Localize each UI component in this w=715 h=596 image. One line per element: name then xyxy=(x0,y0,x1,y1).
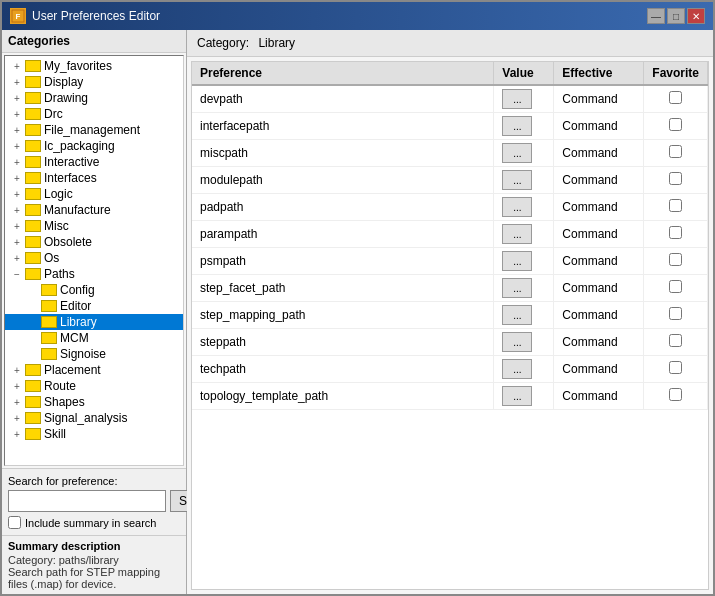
value-btn-1[interactable]: ... xyxy=(502,116,532,136)
col-preference: Preference xyxy=(192,62,494,85)
favorite-checkbox-11[interactable] xyxy=(669,388,682,401)
pref-value-7: ... xyxy=(494,275,554,302)
maximize-button[interactable]: □ xyxy=(667,8,685,24)
include-summary-checkbox[interactable] xyxy=(8,516,21,529)
tree-item-interfaces[interactable]: +Interfaces xyxy=(5,170,183,186)
tree-expander-misc[interactable]: + xyxy=(9,221,25,232)
pref-effective-0: Command xyxy=(554,85,644,113)
tree-expander-signal_analysis[interactable]: + xyxy=(9,413,25,424)
tree-item-manufacture[interactable]: +Manufacture xyxy=(5,202,183,218)
col-effective: Effective xyxy=(554,62,644,85)
tree-expander-logic[interactable]: + xyxy=(9,189,25,200)
value-btn-5[interactable]: ... xyxy=(502,224,532,244)
tree-expander-paths[interactable]: − xyxy=(9,269,25,280)
tree-item-ic_packaging[interactable]: +Ic_packaging xyxy=(5,138,183,154)
tree-expander-display[interactable]: + xyxy=(9,77,25,88)
tree-expander-route[interactable]: + xyxy=(9,381,25,392)
tree-item-file_management[interactable]: +File_management xyxy=(5,122,183,138)
tree-item-config[interactable]: Config xyxy=(5,282,183,298)
tree-expander-skill[interactable]: + xyxy=(9,429,25,440)
value-btn-4[interactable]: ... xyxy=(502,197,532,217)
tree-item-my_favorites[interactable]: +My_favorites xyxy=(5,58,183,74)
favorite-checkbox-7[interactable] xyxy=(669,280,682,293)
value-btn-6[interactable]: ... xyxy=(502,251,532,271)
pref-value-10: ... xyxy=(494,356,554,383)
tree-item-signoise[interactable]: Signoise xyxy=(5,346,183,362)
favorite-checkbox-3[interactable] xyxy=(669,172,682,185)
tree-item-route[interactable]: +Route xyxy=(5,378,183,394)
tree-expander-os[interactable]: + xyxy=(9,253,25,264)
tree-expander-interfaces[interactable]: + xyxy=(9,173,25,184)
value-btn-10[interactable]: ... xyxy=(502,359,532,379)
favorite-checkbox-8[interactable] xyxy=(669,307,682,320)
favorite-checkbox-6[interactable] xyxy=(669,253,682,266)
tree-item-skill[interactable]: +Skill xyxy=(5,426,183,442)
tree-expander-manufacture[interactable]: + xyxy=(9,205,25,216)
value-btn-3[interactable]: ... xyxy=(502,170,532,190)
value-btn-0[interactable]: ... xyxy=(502,89,532,109)
tree-item-library[interactable]: Library xyxy=(5,314,183,330)
folder-icon-misc xyxy=(25,220,41,232)
table-row: techpath...Command xyxy=(192,356,708,383)
tree-item-paths[interactable]: −Paths xyxy=(5,266,183,282)
favorite-checkbox-2[interactable] xyxy=(669,145,682,158)
tree-expander-interactive[interactable]: + xyxy=(9,157,25,168)
tree-expander-drawing[interactable]: + xyxy=(9,93,25,104)
tree-item-drc[interactable]: +Drc xyxy=(5,106,183,122)
pref-name-0: devpath xyxy=(192,85,494,113)
favorite-checkbox-4[interactable] xyxy=(669,199,682,212)
favorite-checkbox-5[interactable] xyxy=(669,226,682,239)
folder-icon-display xyxy=(25,76,41,88)
folder-icon-config xyxy=(41,284,57,296)
search-row: Search xyxy=(8,490,180,512)
tree-item-display[interactable]: +Display xyxy=(5,74,183,90)
tree-item-os[interactable]: +Os xyxy=(5,250,183,266)
tree-item-shapes[interactable]: +Shapes xyxy=(5,394,183,410)
tree-expander-my_favorites[interactable]: + xyxy=(9,61,25,72)
search-input[interactable] xyxy=(8,490,166,512)
main-window: F User Preferences Editor — □ ✕ Categori… xyxy=(0,0,715,596)
close-button[interactable]: ✕ xyxy=(687,8,705,24)
tree-item-misc[interactable]: +Misc xyxy=(5,218,183,234)
tree-item-mcm[interactable]: MCM xyxy=(5,330,183,346)
pref-name-2: miscpath xyxy=(192,140,494,167)
tree-item-logic[interactable]: +Logic xyxy=(5,186,183,202)
value-btn-7[interactable]: ... xyxy=(502,278,532,298)
include-check-row: Include summary in search xyxy=(8,516,180,529)
favorite-checkbox-10[interactable] xyxy=(669,361,682,374)
tree-item-editor[interactable]: Editor xyxy=(5,298,183,314)
tree-expander-shapes[interactable]: + xyxy=(9,397,25,408)
folder-icon-mcm xyxy=(41,332,57,344)
value-btn-9[interactable]: ... xyxy=(502,332,532,352)
title-bar-left: F User Preferences Editor xyxy=(10,8,160,24)
tree-item-drawing[interactable]: +Drawing xyxy=(5,90,183,106)
table-row: padpath...Command xyxy=(192,194,708,221)
tree-label-drc: Drc xyxy=(44,107,63,121)
tree-expander-placement[interactable]: + xyxy=(9,365,25,376)
value-btn-8[interactable]: ... xyxy=(502,305,532,325)
tree-item-placement[interactable]: +Placement xyxy=(5,362,183,378)
favorite-checkbox-1[interactable] xyxy=(669,118,682,131)
minimize-button[interactable]: — xyxy=(647,8,665,24)
tree-expander-ic_packaging[interactable]: + xyxy=(9,141,25,152)
search-label: Search for preference: xyxy=(8,475,180,487)
favorite-checkbox-9[interactable] xyxy=(669,334,682,347)
pref-value-3: ... xyxy=(494,167,554,194)
value-btn-11[interactable]: ... xyxy=(502,386,532,406)
value-btn-2[interactable]: ... xyxy=(502,143,532,163)
tree-item-obsolete[interactable]: +Obsolete xyxy=(5,234,183,250)
pref-value-11: ... xyxy=(494,383,554,410)
tree-item-signal_analysis[interactable]: +Signal_analysis xyxy=(5,410,183,426)
tree-label-shapes: Shapes xyxy=(44,395,85,409)
pref-favorite-8 xyxy=(644,302,708,329)
tree-expander-drc[interactable]: + xyxy=(9,109,25,120)
tree-expander-obsolete[interactable]: + xyxy=(9,237,25,248)
tree-item-interactive[interactable]: +Interactive xyxy=(5,154,183,170)
tree-label-route: Route xyxy=(44,379,76,393)
pref-effective-2: Command xyxy=(554,140,644,167)
favorite-checkbox-0[interactable] xyxy=(669,91,682,104)
tree-label-paths: Paths xyxy=(44,267,75,281)
tree-expander-file_management[interactable]: + xyxy=(9,125,25,136)
categories-tree[interactable]: +My_favorites+Display+Drawing+Drc+File_m… xyxy=(4,55,184,466)
pref-value-2: ... xyxy=(494,140,554,167)
